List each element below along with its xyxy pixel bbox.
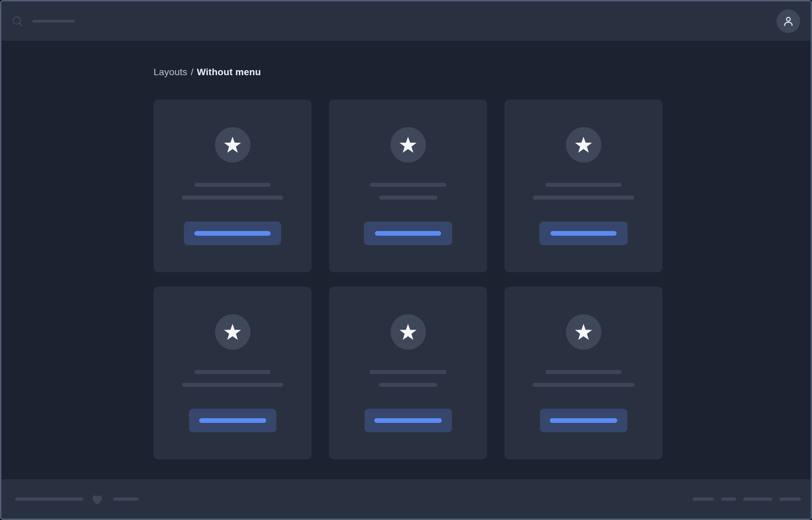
star-badge	[391, 127, 426, 162]
button-label-bar	[199, 418, 266, 423]
star-badge	[566, 314, 601, 350]
breadcrumb-current: Without menu	[197, 67, 261, 77]
card-title-bar	[370, 370, 446, 374]
button-label-bar	[374, 418, 442, 423]
top-bar	[1, 1, 811, 41]
star-icon	[574, 323, 593, 341]
card-title-bar	[194, 370, 271, 374]
heart-icon[interactable]	[90, 492, 105, 506]
star-icon	[399, 323, 417, 341]
star-badge	[566, 127, 601, 162]
card-action-button[interactable]	[539, 222, 628, 245]
card-title-bar	[545, 183, 622, 187]
card-action-button[interactable]	[189, 409, 276, 432]
card[interactable]	[329, 100, 487, 272]
card-action-button[interactable]	[540, 409, 628, 432]
footer-link-bar[interactable]	[743, 497, 772, 501]
footer-link-bar[interactable]	[779, 497, 801, 501]
star-icon	[223, 323, 242, 341]
footer-text-bar	[113, 497, 139, 501]
card-title-bar	[194, 183, 271, 187]
breadcrumb-separator: /	[191, 67, 193, 77]
search-placeholder-bar	[32, 20, 75, 23]
card-grid	[153, 100, 811, 459]
card-subtitle-bar	[379, 383, 437, 387]
footer-links-group	[692, 497, 801, 501]
star-badge	[215, 314, 250, 350]
search-icon[interactable]	[11, 15, 24, 27]
button-label-bar	[194, 231, 271, 236]
breadcrumb: Layouts/Without menu	[153, 66, 811, 79]
card-action-button[interactable]	[364, 222, 452, 245]
card[interactable]	[329, 287, 487, 459]
footer-link-bar[interactable]	[692, 497, 714, 501]
star-icon	[574, 136, 593, 154]
footer-left-group	[15, 492, 139, 506]
card[interactable]	[505, 100, 663, 272]
card-title-bar	[545, 370, 622, 374]
card[interactable]	[153, 287, 312, 459]
button-label-bar	[550, 418, 617, 423]
footer-text-bar	[15, 497, 83, 501]
button-label-bar	[550, 231, 617, 236]
avatar[interactable]	[777, 9, 800, 33]
user-icon	[782, 15, 794, 27]
card-subtitle-bar	[182, 383, 283, 387]
star-badge	[215, 127, 250, 162]
star-badge	[391, 314, 426, 350]
card-subtitle-bar	[533, 383, 635, 387]
card-action-button[interactable]	[184, 222, 281, 245]
card-subtitle-bar	[182, 196, 283, 200]
button-label-bar	[375, 231, 441, 236]
star-icon	[223, 136, 242, 154]
star-icon	[399, 136, 417, 154]
footer-link-bar[interactable]	[721, 497, 736, 501]
breadcrumb-parent[interactable]: Layouts	[153, 67, 187, 77]
card-subtitle-bar	[379, 196, 437, 200]
card-action-button[interactable]	[365, 409, 452, 432]
main-content: Layouts/Without menu	[1, 41, 811, 479]
app-window: Layouts/Without menu	[0, 0, 812, 520]
card-subtitle-bar	[533, 196, 634, 200]
card[interactable]	[505, 287, 663, 459]
search-area[interactable]	[11, 15, 777, 27]
bottom-bar	[1, 479, 811, 519]
card[interactable]	[153, 100, 312, 272]
card-title-bar	[370, 183, 446, 187]
